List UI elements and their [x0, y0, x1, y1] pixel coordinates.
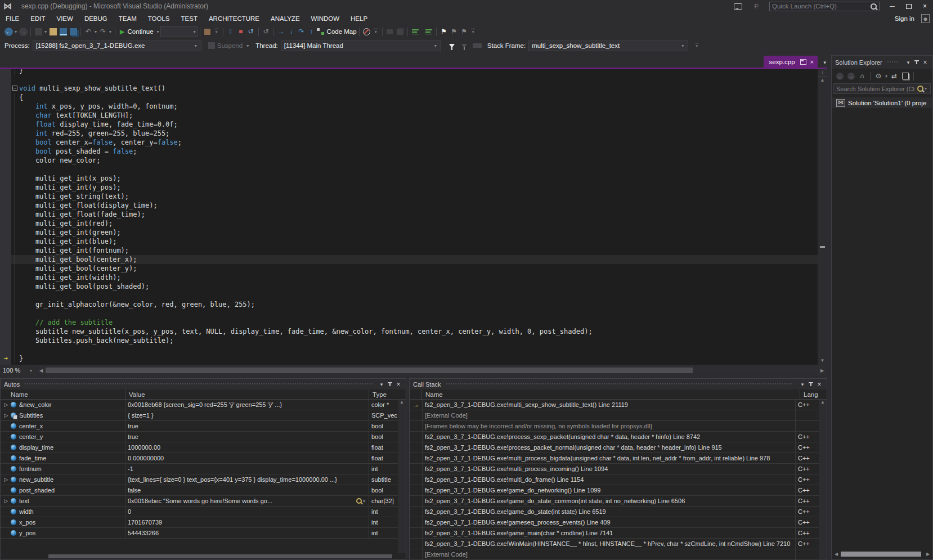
autos-row[interactable]: ▷&new_color0x0018eb68 {screen_sig=0 red=… [1, 400, 406, 410]
window-position-dropdown-icon[interactable]: ▾ [377, 382, 386, 387]
code-line[interactable]: multi_get_int(fontnum); [0, 246, 818, 255]
code-line[interactable]: multi_get_float(display_time); [0, 201, 818, 210]
fold-margin[interactable] [11, 183, 19, 192]
fold-margin[interactable] [11, 75, 19, 84]
find-button[interactable] [203, 26, 213, 37]
fold-margin[interactable] [11, 246, 19, 255]
collapse-box-icon[interactable] [12, 86, 17, 91]
text-visualizer-button[interactable]: ▾ [356, 498, 366, 504]
call-stack-frame[interactable]: fs2_open_3_7_1-DEBUG.exe!multi_process_i… [410, 464, 827, 474]
debug-bar-overflow-button[interactable]: ▾ [694, 43, 699, 48]
autos-value-cell[interactable]: -1 [125, 464, 369, 474]
menu-test[interactable]: TEST [176, 12, 203, 25]
menu-analyze[interactable]: ANALYZE [265, 12, 306, 25]
scroll-down-icon[interactable]: ▼ [818, 357, 827, 364]
breakpoint-overflow-button[interactable]: ▾ [373, 29, 379, 34]
fold-margin[interactable] [11, 201, 19, 210]
editor-vertical-scrollbar[interactable]: ↕ ▲ ▼ [818, 69, 827, 365]
code-line[interactable]: bool center_x=false, center_y=false; [0, 138, 818, 147]
menu-file[interactable]: FILE [0, 12, 25, 25]
code-line[interactable] [0, 291, 818, 300]
restore-button[interactable] [900, 0, 917, 12]
drag-grip[interactable] [24, 383, 373, 386]
column-header-lang[interactable]: Lang [800, 389, 819, 399]
code-line[interactable]: multi_get_float(fade_time); [0, 210, 818, 219]
fold-margin[interactable] [11, 318, 19, 327]
tab-sexp-cpp[interactable]: sexp.cpp × [764, 56, 818, 68]
se-forward-button[interactable]: → [845, 70, 856, 82]
code-editor[interactable]: }void multi_sexp_show_subtitle_text(){ i… [0, 69, 827, 365]
code-line[interactable]: gr_init_alphacolor(&new_color, red, gree… [0, 300, 818, 309]
code-line[interactable]: multi_get_bool(center_y); [0, 264, 818, 273]
keep-open-icon[interactable] [800, 59, 806, 65]
se-sync-button[interactable]: ⇄ [889, 70, 900, 82]
fold-margin[interactable] [11, 156, 19, 165]
fold-margin[interactable] [11, 237, 19, 246]
expander-icon[interactable]: ▷ [3, 477, 10, 482]
breakpoint-settings-button[interactable] [362, 26, 372, 37]
notifications-flag-icon[interactable]: ⚐ [753, 3, 759, 10]
increase-indent-button[interactable] [424, 26, 434, 37]
autos-row[interactable]: ▷Subtitles{ size=1 }SCP_vec [1, 410, 406, 421]
fold-margin[interactable] [11, 219, 19, 228]
scroll-right-icon[interactable]: ▶ [925, 550, 931, 558]
fold-margin[interactable] [11, 93, 19, 102]
code-line[interactable]: } [0, 69, 818, 75]
thread-combo[interactable]: [11344] Main Thread ▾ [281, 41, 441, 51]
scroll-up-icon[interactable]: ▲ [400, 400, 404, 405]
menu-architecture[interactable]: ARCHITECTURE [203, 12, 265, 25]
code-line[interactable] [0, 165, 818, 174]
suspend-dropdown-icon[interactable]: ▾ [245, 43, 250, 48]
autos-row[interactable]: post_shadedfalsebool [1, 485, 406, 496]
solution-explorer-search-input[interactable]: Search Solution Explorer (Ct ▾ [833, 83, 931, 94]
quick-launch-input[interactable]: Quick Launch (Ctrl+Q) [769, 2, 880, 11]
save-button[interactable] [58, 26, 68, 37]
show-next-statement-button[interactable]: → [276, 26, 286, 37]
pin-icon[interactable] [389, 382, 391, 386]
code-line[interactable]: multi_get_int(green); [0, 228, 818, 237]
code-line[interactable]: { [0, 93, 818, 102]
autos-row[interactable]: y_pos544433266int [1, 528, 406, 539]
close-icon[interactable]: × [815, 380, 823, 388]
decrease-indent-button[interactable] [410, 26, 420, 37]
menu-edit[interactable]: EDIT [25, 12, 51, 25]
fold-margin[interactable] [11, 147, 19, 156]
continue-dropdown-icon[interactable]: ▾ [156, 29, 160, 34]
code-line[interactable]: multi_get_int(red); [0, 219, 818, 228]
code-line[interactable]: int x_pos, y_pos, width=0, fontnum; [0, 102, 818, 111]
autos-value-cell[interactable]: 1000000.00 [125, 442, 369, 453]
fold-margin[interactable] [11, 102, 19, 111]
hscroll-thumb[interactable] [48, 554, 392, 558]
code-line[interactable]: multi_get_int(blue); [0, 237, 818, 246]
call-stack-frame[interactable]: [Frames below may be incorrect and/or mi… [410, 421, 827, 432]
call-stack-frame[interactable]: [External Code] [410, 549, 827, 560]
se-pending-changes-button[interactable]: ⊙ [873, 70, 884, 82]
fold-margin[interactable] [11, 309, 19, 318]
previous-bookmark-button[interactable]: ⚑ [449, 26, 459, 37]
hscroll-thumb[interactable] [841, 552, 921, 557]
scroll-left-icon[interactable]: ◀ [833, 550, 840, 558]
call-stack-frame[interactable]: fs2_open_3_7_1-DEBUG.exe!multi_do_frame(… [410, 474, 827, 485]
menu-help[interactable]: HELP [345, 12, 373, 25]
expander-icon[interactable]: ▷ [3, 413, 10, 418]
autos-row[interactable]: width0int [1, 507, 406, 517]
redo-button[interactable]: ↷ [98, 26, 108, 37]
code-line[interactable]: Subtitles.push_back(new_subtitle); [0, 336, 818, 345]
fold-margin[interactable] [11, 129, 19, 138]
zoom-select[interactable]: 100 % ▾ [0, 367, 36, 374]
new-file-button[interactable] [33, 26, 43, 37]
se-home-button[interactable]: ⌂ [856, 70, 868, 82]
process-combo[interactable]: [15288] fs2_open_3_7_1-DEBUG.exe ▾ [33, 41, 201, 51]
autos-row[interactable]: center_xtruebool [1, 421, 406, 432]
se-back-button[interactable]: ← [834, 70, 845, 82]
code-line[interactable]: multi_get_int(y_pos); [0, 183, 818, 192]
code-line[interactable]: // add the subtitle [0, 318, 818, 327]
drag-grip[interactable] [446, 383, 793, 386]
find-overflow-button[interactable]: ▾ [214, 29, 219, 34]
fold-margin[interactable] [11, 138, 19, 147]
scroll-left-icon[interactable]: ◀ [38, 366, 44, 374]
autos-value-cell[interactable]: 0x0018ebec "Some words go here!Some word… [125, 496, 369, 506]
fold-margin[interactable] [11, 120, 19, 129]
solution-explorer-horizontal-scrollbar[interactable]: ◀ ▶ [833, 550, 931, 558]
stop-debugging-button[interactable]: ■ [236, 26, 246, 37]
